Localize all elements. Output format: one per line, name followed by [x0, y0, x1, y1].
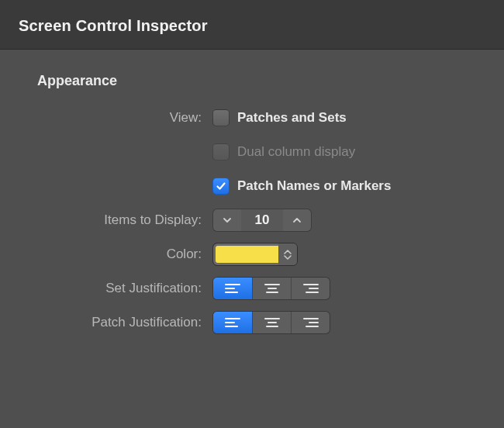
- label-items: Items to Display:: [19, 212, 212, 228]
- chevron-up-icon: [292, 215, 302, 226]
- color-picker[interactable]: [212, 243, 298, 266]
- caret-up-icon: [284, 250, 292, 254]
- align-left-icon: [225, 283, 240, 294]
- items-stepper: 10: [212, 209, 312, 232]
- patch-justify-center-button[interactable]: [252, 312, 291, 333]
- align-right-icon: [303, 283, 319, 294]
- chevron-down-icon: [222, 215, 233, 226]
- patch-justify-right-button[interactable]: [291, 312, 330, 333]
- row-color: Color:: [19, 243, 485, 266]
- label-set-justification: Set Justification:: [19, 281, 212, 296]
- label-view: View:: [19, 110, 212, 126]
- patch-justify-left-button[interactable]: [213, 312, 252, 333]
- row-set-justification: Set Justification:: [19, 277, 485, 300]
- row-patch-names: Patch Names or Markers: [19, 174, 485, 198]
- checkbox-patch-names-or-markers[interactable]: [212, 178, 230, 195]
- row-items-to-display: Items to Display: 10: [19, 209, 485, 232]
- set-justify-center-button[interactable]: [252, 278, 291, 299]
- items-decrement-button[interactable]: [213, 209, 241, 231]
- caret-down-icon: [284, 255, 292, 260]
- set-justify-right-button[interactable]: [291, 278, 330, 299]
- section-heading-appearance: Appearance: [37, 73, 485, 89]
- row-patch-justification: Patch Justification:: [19, 311, 485, 334]
- set-justification-segmented: [212, 277, 330, 300]
- checkbox-dual-column: [212, 143, 230, 160]
- patch-justification-segmented: [212, 311, 330, 334]
- checkbox-label-dual-column: Dual column display: [237, 144, 355, 160]
- appearance-panel: Appearance View: Patches and Sets Dual c…: [0, 50, 504, 334]
- set-justify-left-button[interactable]: [213, 278, 252, 299]
- label-patch-justification: Patch Justification:: [19, 315, 212, 330]
- row-dual-column: Dual column display: [19, 140, 485, 164]
- align-center-icon: [264, 283, 280, 294]
- checkbox-label-patches-and-sets: Patches and Sets: [237, 110, 347, 126]
- color-stepper-arrows: [278, 243, 297, 265]
- align-right-icon: [303, 317, 319, 328]
- items-increment-button[interactable]: [283, 209, 311, 231]
- row-view: View: Patches and Sets: [19, 106, 485, 129]
- checkmark-icon: [216, 181, 226, 192]
- align-left-icon: [225, 317, 240, 328]
- align-center-icon: [264, 317, 280, 328]
- checkbox-label-patch-names-or-markers: Patch Names or Markers: [237, 178, 391, 194]
- items-value[interactable]: 10: [241, 209, 283, 231]
- label-color: Color:: [19, 247, 212, 262]
- title-bar: Screen Control Inspector: [0, 0, 504, 50]
- window-title: Screen Control Inspector: [19, 17, 485, 35]
- checkbox-patches-and-sets[interactable]: [212, 109, 230, 126]
- color-swatch: [213, 243, 278, 265]
